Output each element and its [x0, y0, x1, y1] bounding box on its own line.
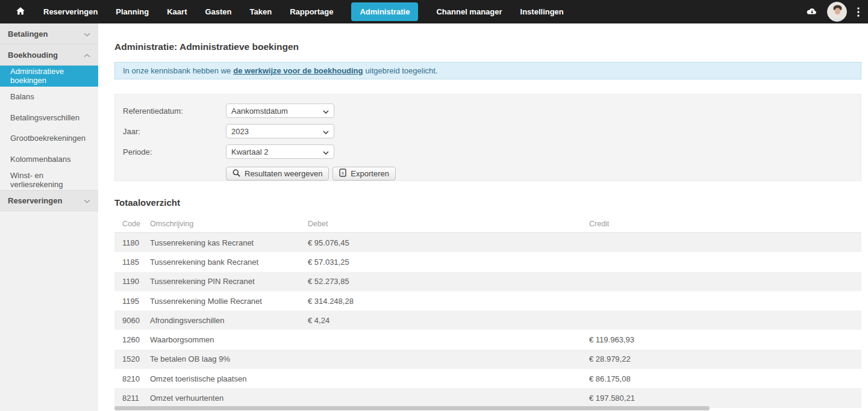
header-omschrijving: Omschrijving: [150, 220, 308, 228]
sidebar-item-balans[interactable]: Balans: [0, 87, 98, 108]
sidebar-section-label: Betalingen: [8, 29, 48, 39]
table-row: 1180 Tussenrekening kas Recranet € 95.07…: [114, 233, 861, 252]
user-avatar[interactable]: [827, 2, 847, 22]
horizontal-scrollbar-thumb[interactable]: [114, 406, 710, 410]
table-row: 8211 Omzet verhuurtenten € 197.580,21: [114, 388, 861, 407]
cell-credit: € 197.580,21: [589, 394, 861, 403]
header-code: Code: [114, 220, 150, 228]
cell-description: Tussenrekening Mollie Recranet: [150, 297, 308, 306]
referentiedatum-select[interactable]: Aankomstdatum: [226, 104, 334, 118]
sidebar-item-administratieve-boekingen[interactable]: Administratieve boekingen: [0, 66, 98, 87]
cell-code: 8211: [114, 394, 150, 403]
svg-text:x: x: [342, 170, 344, 176]
info-text-suffix: uitgebreid toegelicht.: [366, 66, 438, 75]
cell-code: 1185: [114, 258, 150, 267]
sidebar: Betalingen Boekhouding Administratieve b…: [0, 23, 98, 411]
jaar-label: Jaar:: [123, 127, 226, 136]
jaar-select[interactable]: 2023: [226, 124, 334, 138]
cell-debit: € 52.273,85: [308, 277, 589, 286]
sidebar-section-boekhouding[interactable]: Boekhouding: [0, 45, 98, 66]
periode-select[interactable]: Kwartaal 2: [226, 144, 334, 159]
excel-export-icon: x: [339, 168, 346, 179]
cell-description: Te betalen OB laag 9%: [150, 354, 308, 363]
sidebar-section-label: Reserveringen: [8, 196, 62, 205]
show-results-button[interactable]: Resultaten weergeven: [226, 167, 329, 181]
export-label: Exporteren: [351, 169, 389, 178]
table-row: 8210 Omzet toeristische plaatsen € 86.17…: [114, 369, 861, 388]
nav-item-reserveringen[interactable]: Reserveringen: [43, 2, 98, 21]
table-row: 1520 Te betalen OB laag 9% € 28.979,22: [114, 350, 861, 369]
navbar-right: [806, 2, 860, 22]
nav-item-kaart[interactable]: Kaart: [167, 2, 187, 21]
kennisbank-info-banner: In onze kennisbank hebben we de werkwijz…: [114, 62, 861, 79]
nav-item-instellingen[interactable]: Instellingen: [520, 2, 564, 21]
totaaloverzicht-title: Totaaloverzicht: [114, 197, 861, 208]
nav-item-planning[interactable]: Planning: [116, 2, 149, 21]
table-row: 1185 Tussenrekening bank Recranet € 57.0…: [114, 252, 861, 271]
cell-description: Omzet toeristische plaatsen: [150, 374, 308, 383]
chevron-down-icon: [323, 107, 329, 116]
cell-description: Tussenrekening kas Recranet: [150, 238, 308, 247]
nav-item-administratie[interactable]: Administratie: [351, 2, 418, 21]
header-debet: Debet: [308, 220, 589, 228]
filter-row-jaar: Jaar: 2023: [123, 124, 853, 138]
cell-debit: € 57.031,25: [308, 258, 589, 267]
chevron-down-icon: [84, 29, 90, 39]
cell-description: Omzet verhuurtenten: [150, 394, 308, 403]
filter-panel: Referentiedatum: Aankomstdatum Jaar: 202…: [114, 94, 861, 181]
cloud-download-icon[interactable]: [806, 8, 817, 16]
cell-credit: € 119.963,93: [589, 335, 861, 344]
nav-menu: Reserveringen Planning Kaart Gasten Take…: [43, 2, 564, 21]
cell-code: 1180: [114, 238, 150, 247]
page-title: Administratie: Administratieve boekingen: [114, 42, 861, 52]
chevron-down-icon: [323, 147, 329, 156]
sidebar-item-kolommenbalans[interactable]: Kolommenbalans: [0, 149, 98, 170]
home-icon: [16, 7, 25, 17]
top-navbar: Reserveringen Planning Kaart Gasten Take…: [0, 0, 868, 23]
table-row: 1190 Tussenrekening PIN Recranet € 52.27…: [114, 272, 861, 291]
filter-buttons: Resultaten weergeven x Exporteren: [226, 167, 853, 181]
table-header-row: Code Omschrijving Debet Credit: [114, 215, 861, 233]
kennisbank-link[interactable]: de werkwijze voor de boekhouding: [233, 66, 363, 75]
table-row: 1195 Tussenrekening Mollie Recranet € 31…: [114, 291, 861, 311]
referentiedatum-label: Referentiedatum:: [123, 107, 226, 116]
totals-table: Code Omschrijving Debet Credit 1180 Tuss…: [114, 215, 861, 408]
nav-item-taken[interactable]: Taken: [250, 2, 272, 21]
sidebar-item-winst-en-verliesrekening[interactable]: Winst- en verliesrekening: [0, 170, 98, 191]
cell-code: 1260: [114, 335, 150, 344]
home-button[interactable]: [8, 7, 33, 17]
cell-credit: € 28.979,22: [589, 354, 861, 363]
cell-description: Afrondingsverschillen: [150, 316, 308, 325]
kebab-menu-icon[interactable]: [857, 7, 860, 17]
main-content: Administratie: Administratieve boekingen…: [98, 23, 868, 411]
cell-debit: € 95.076,45: [308, 238, 589, 247]
nav-item-channel-manager[interactable]: Channel manager: [436, 2, 502, 21]
cell-code: 1195: [114, 297, 150, 306]
cell-code: 1520: [114, 354, 150, 363]
cell-code: 1190: [114, 277, 150, 286]
cell-description: Waarborgsommen: [150, 335, 308, 344]
nav-item-rapportage[interactable]: Rapportage: [290, 2, 333, 21]
sidebar-section-reserveringen[interactable]: Reserveringen: [0, 190, 98, 211]
header-credit: Credit: [589, 220, 861, 228]
chevron-down-icon: [84, 196, 90, 205]
cell-code: 9060: [114, 316, 150, 325]
sidebar-item-betalingsverschillen[interactable]: Betalingsverschillen: [0, 107, 98, 128]
nav-item-gasten[interactable]: Gasten: [205, 2, 231, 21]
search-icon: [233, 169, 240, 179]
cell-description: Tussenrekening PIN Recranet: [150, 277, 308, 286]
chevron-down-icon: [323, 127, 329, 136]
sidebar-item-grootboekrekeningen[interactable]: Grootboekrekeningen: [0, 128, 98, 149]
cell-credit: € 86.175,08: [589, 374, 861, 383]
sidebar-section-betalingen[interactable]: Betalingen: [0, 23, 98, 45]
select-value: 2023: [231, 127, 249, 136]
info-text-prefix: In onze kennisbank hebben we: [123, 66, 231, 75]
filter-row-referentiedatum: Referentiedatum: Aankomstdatum: [123, 104, 853, 118]
periode-label: Periode:: [123, 147, 226, 156]
show-results-label: Resultaten weergeven: [245, 169, 322, 178]
export-button[interactable]: x Exporteren: [333, 167, 396, 181]
cell-debit: € 4,24: [308, 316, 589, 325]
cell-code: 8210: [114, 374, 150, 383]
filter-row-periode: Periode: Kwartaal 2: [123, 144, 853, 159]
table-row: 9060 Afrondingsverschillen € 4,24: [114, 311, 861, 330]
